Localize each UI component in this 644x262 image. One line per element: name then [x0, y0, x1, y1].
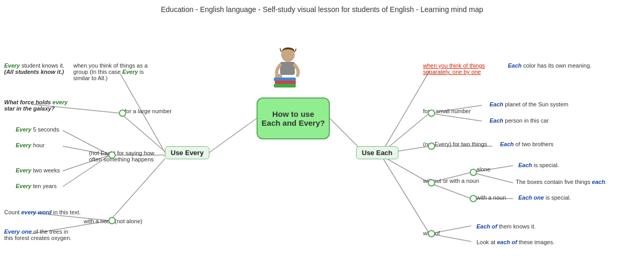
label-separately-desc: when you think of things separately, one…	[423, 62, 504, 75]
label-how-often: (not Each) for saying how often somethin…	[89, 150, 157, 162]
svg-rect-29	[280, 62, 295, 75]
label-each-of-them: Each of them knows it.	[476, 223, 536, 230]
label-every-ten-years: Every ten years	[16, 183, 57, 189]
label-each-two-brothers: Each of two brothers	[500, 141, 553, 147]
label-look-at-each: Look at each of these images.	[476, 239, 554, 245]
label-every-one-trees: Every one of the trees in this forest cr…	[4, 228, 77, 241]
label-count-every-word: Count every word in this text.	[4, 209, 81, 215]
label-every-hour: Every hour	[16, 142, 45, 148]
center-line2: Each and Every?	[262, 118, 325, 127]
dot-small-number[interactable]	[428, 110, 435, 117]
label-each-one-special: Each one is special.	[518, 194, 571, 201]
use-every-node: Use Every	[165, 146, 209, 159]
dot-large-number[interactable]	[119, 110, 126, 117]
center-node: How to use Each and Every?	[257, 97, 330, 139]
label-each-person: Each person in this car	[490, 117, 549, 124]
label-group-desc: when you think of things as a group (In …	[73, 62, 157, 81]
dot-two-things[interactable]	[428, 143, 435, 150]
label-every-star: What force holds everystar in the galaxy…	[4, 99, 68, 112]
label-alone: alone	[476, 166, 491, 172]
center-line1: How to use	[272, 110, 314, 118]
label-large-number: for a large number	[125, 108, 172, 114]
dot-with-noun[interactable]	[470, 195, 477, 202]
svg-line-17	[383, 159, 429, 234]
svg-rect-32	[275, 81, 296, 84]
label-boxes-each: The boxes contain five things each.	[516, 179, 607, 185]
mind-map: How to use Each and Every? Use Every Use…	[0, 16, 644, 257]
label-each-color: Each color has its own meaning.	[508, 62, 592, 69]
svg-line-19	[429, 113, 482, 121]
svg-line-3	[120, 113, 165, 151]
label-every-5-seconds: Every 5 seconds	[16, 126, 59, 133]
svg-line-24	[429, 183, 471, 199]
svg-rect-33	[274, 84, 296, 88]
label-with-a-noun: with a noun	[476, 194, 506, 201]
use-each-node: Use Each	[356, 146, 398, 159]
svg-line-5	[110, 159, 165, 221]
svg-line-0	[206, 118, 257, 155]
dot-how-often[interactable]	[108, 151, 116, 159]
page-title: Education - English language - Self-stud…	[0, 0, 644, 16]
dot-alone[interactable]	[470, 169, 477, 176]
dot-without-with[interactable]	[428, 179, 435, 187]
label-each-is-special: Each is special.	[518, 162, 559, 168]
svg-line-16	[383, 157, 429, 183]
svg-rect-31	[274, 78, 296, 81]
label-every-student: Every student knows it. (All students kn…	[4, 62, 64, 75]
label-each-planet: Each planet of the Sun system	[490, 101, 568, 107]
label-every-two-weeks: Every two weeks	[16, 167, 60, 173]
person-image	[264, 45, 306, 92]
svg-line-13	[383, 71, 429, 150]
dot-with-of[interactable]	[428, 230, 435, 237]
dot-noun[interactable]	[108, 217, 116, 224]
